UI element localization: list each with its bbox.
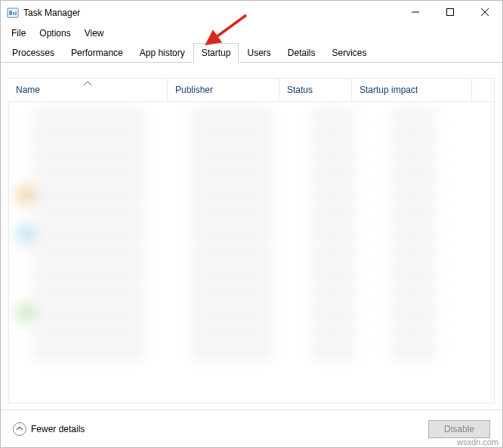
blurred-content — [14, 107, 489, 398]
tab-services[interactable]: Services — [324, 43, 375, 62]
menu-file[interactable]: File — [5, 26, 32, 40]
watermark: wsxdn.com — [457, 437, 498, 446]
tab-details[interactable]: Details — [279, 43, 324, 62]
column-header-name[interactable]: Name — [8, 79, 167, 101]
column-header-startup-impact[interactable]: Startup impact — [351, 79, 471, 101]
column-header-publisher[interactable]: Publisher — [167, 79, 279, 101]
fewer-details-toggle[interactable]: Fewer details — [13, 422, 85, 436]
tabbar: Processes Performance App history Startu… — [1, 43, 502, 63]
column-header-overflow[interactable] — [471, 79, 494, 101]
app-icon — [7, 7, 19, 19]
tab-startup[interactable]: Startup — [193, 43, 239, 63]
close-button[interactable] — [468, 1, 502, 23]
column-label: Startup impact — [360, 85, 418, 95]
disable-button[interactable]: Disable — [428, 420, 490, 438]
column-label: Publisher — [175, 85, 213, 95]
task-manager-window: Task Manager File Options View Processes… — [0, 0, 503, 448]
svg-rect-5 — [447, 9, 454, 16]
svg-rect-1 — [9, 11, 12, 15]
startup-items-list[interactable] — [8, 102, 495, 403]
titlebar: Task Manager — [1, 1, 502, 25]
window-controls — [398, 1, 502, 25]
fewer-details-label: Fewer details — [31, 424, 85, 434]
footer-bar: Fewer details Disable — [1, 409, 502, 447]
menu-options[interactable]: Options — [33, 26, 76, 40]
tab-performance[interactable]: Performance — [63, 43, 131, 62]
tab-users[interactable]: Users — [239, 43, 279, 62]
maximize-button[interactable] — [433, 1, 468, 23]
tab-processes[interactable]: Processes — [4, 43, 63, 62]
sort-ascending-icon — [84, 78, 91, 88]
column-label: Name — [16, 85, 40, 95]
tab-app-history[interactable]: App history — [131, 43, 193, 62]
svg-rect-2 — [13, 12, 14, 15]
menu-view[interactable]: View — [79, 26, 110, 40]
svg-rect-3 — [15, 11, 17, 15]
window-title: Task Manager — [23, 8, 80, 18]
column-headers: Name Publisher Status Startup impact — [8, 78, 495, 102]
menubar: File Options View — [1, 25, 502, 42]
svg-line-7 — [481, 8, 489, 16]
svg-line-6 — [481, 8, 489, 16]
minimize-button[interactable] — [398, 1, 433, 23]
column-label: Status — [287, 85, 313, 95]
content-area: Name Publisher Status Startup impact — [1, 63, 502, 403]
column-header-status[interactable]: Status — [279, 79, 351, 101]
chevron-up-icon — [13, 422, 26, 436]
